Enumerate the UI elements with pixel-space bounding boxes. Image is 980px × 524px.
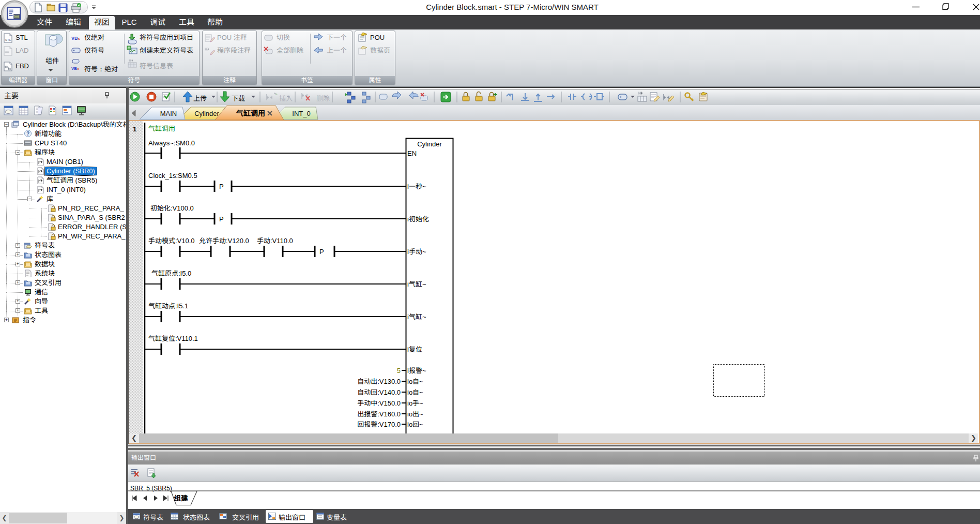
svg-text:i手动~: i手动~ [407, 248, 426, 256]
svg-text:EN: EN [407, 149, 417, 157]
svg-text:气缸复位:V110.1: 气缸复位:V110.1 [148, 335, 198, 342]
svg-text:Cylinder: Cylinder [417, 140, 442, 148]
svg-text:STL: STL [5, 38, 11, 41]
svg-text:Cylinder: Cylinder [194, 110, 219, 117]
svg-text:i复位: i复位 [407, 346, 422, 353]
svg-text:初始化:V100.0: 初始化:V100.0 [150, 204, 194, 212]
svg-text:io手~: io手~ [407, 399, 423, 407]
svg-text:P: P [319, 248, 324, 256]
svg-text:1: 1 [133, 125, 136, 133]
svg-text:io回~: io回~ [407, 421, 423, 428]
svg-text:组建: 组建 [174, 495, 188, 502]
svg-text:io自~: io自~ [407, 388, 423, 396]
svg-text:MAIN: MAIN [160, 110, 177, 117]
svg-text:io自~: io自~ [407, 378, 423, 385]
svg-text:允许手动:V120.0: 允许手动:V120.0 [199, 237, 249, 245]
svg-text:回报警:V170.0: 回报警:V170.0 [357, 421, 401, 428]
svg-text:i一秒~: i一秒~ [407, 183, 426, 190]
svg-text:气缸调用: 气缸调用 [236, 109, 265, 117]
svg-text:手动:V110.0: 手动:V110.0 [257, 237, 293, 245]
svg-text:i报警~: i报警~ [407, 367, 426, 375]
svg-text:i气缸~: i气缸~ [407, 313, 426, 321]
svg-text:气缸调用: 气缸调用 [148, 125, 175, 132]
svg-text:io出~: io出~ [407, 410, 423, 418]
svg-text:P: P [219, 183, 224, 190]
svg-text:气缸原点:I5.0: 气缸原点:I5.0 [151, 270, 191, 277]
svg-text:手动模式:V10.0: 手动模式:V10.0 [148, 237, 195, 245]
svg-text:自动回:V140.0: 自动回:V140.0 [357, 388, 401, 396]
svg-text:VBx: VBx [71, 36, 80, 41]
svg-text:气缸动点:I5.1: 气缸动点:I5.1 [148, 302, 188, 310]
svg-text:手动中:V150.0: 手动中:V150.0 [357, 399, 401, 407]
svg-text:i初始化: i初始化 [407, 215, 429, 223]
svg-text:P: P [219, 215, 224, 223]
svg-text:INT_0: INT_0 [292, 110, 310, 117]
svg-text:VBx: VBx [71, 66, 79, 71]
svg-text:Always~:SM0.0: Always~:SM0.0 [148, 139, 195, 147]
svg-text:出报警:V160.0: 出报警:V160.0 [357, 410, 401, 418]
svg-text:?: ? [26, 131, 29, 137]
svg-text:自动出:V130.0: 自动出:V130.0 [357, 378, 401, 385]
svg-text:5: 5 [397, 367, 401, 375]
svg-text:Clock_1s:SM0.5: Clock_1s:SM0.5 [148, 172, 197, 179]
svg-text:i气缸~: i气缸~ [407, 280, 426, 288]
